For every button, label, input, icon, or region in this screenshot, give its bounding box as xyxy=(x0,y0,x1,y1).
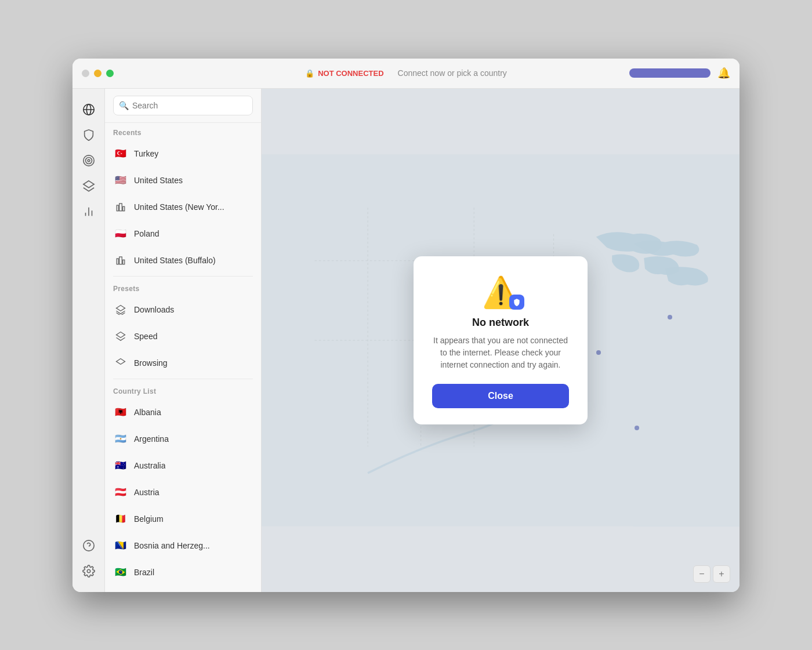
flag-us: 🇺🇸 xyxy=(113,173,128,188)
country-name: Poland xyxy=(134,229,160,238)
connection-status: 🔒 NOT CONNECTED xyxy=(305,69,383,78)
country-name: Argentina xyxy=(134,434,169,444)
vpn-badge xyxy=(509,295,524,310)
list-item-austria[interactable]: 🇦🇹 Austria xyxy=(105,479,261,506)
tagline-text: Connect now or pick a country xyxy=(398,68,507,78)
modal-close-button[interactable]: Close xyxy=(432,384,569,408)
sidebar-icon-settings[interactable] xyxy=(77,560,100,583)
speed-icon xyxy=(113,329,128,344)
list-item-speed[interactable]: Speed xyxy=(105,323,261,350)
list-item-belgium[interactable]: 🇧🇪 Belgium xyxy=(105,506,261,532)
modal-body: It appears that you are not connected to… xyxy=(432,335,569,371)
app-window: 🔒 NOT CONNECTED Connect now or pick a co… xyxy=(72,59,740,592)
list-item[interactable]: 🇵🇱 Poland xyxy=(105,220,261,247)
country-name: Bosnia and Herzeg... xyxy=(134,541,210,550)
flag-turkey: 🇹🇷 xyxy=(113,146,128,161)
country-name: Albania xyxy=(134,408,161,417)
list-item-australia[interactable]: 🇦🇺 Australia xyxy=(105,452,261,479)
modal-title: No network xyxy=(432,317,569,329)
list-item[interactable]: United States (Buffalo) xyxy=(105,247,261,274)
country-name: Australia xyxy=(134,461,165,470)
city-icon xyxy=(113,199,128,215)
divider xyxy=(113,276,253,277)
browsing-icon xyxy=(113,355,128,371)
country-sidebar: 🔍 Recents 🇹🇷 Turkey 🇺🇸 United States xyxy=(105,89,262,592)
country-name: United States xyxy=(134,176,183,185)
country-name: Brazil xyxy=(134,568,154,577)
country-list-header: Country List xyxy=(105,382,261,399)
city-icon-2 xyxy=(113,253,128,268)
lock-icon: 🔒 xyxy=(305,69,314,78)
flag-brazil: 🇧🇷 xyxy=(113,565,128,580)
flag-bulgaria: 🇧🇬 xyxy=(113,591,128,592)
list-item-browsing[interactable]: Browsing xyxy=(105,350,261,376)
country-name: Turkey xyxy=(134,149,158,158)
svg-rect-17 xyxy=(119,257,122,264)
country-name: Austria xyxy=(134,488,160,497)
modal-overlay: ⚠️ No network It appears that you are no… xyxy=(262,89,740,592)
flag-argentina: 🇦🇷 xyxy=(113,431,128,446)
titlebar: 🔒 NOT CONNECTED Connect now or pick a co… xyxy=(72,59,740,89)
preset-name: Speed xyxy=(134,332,157,341)
search-input[interactable] xyxy=(113,96,253,115)
maximize-button[interactable] xyxy=(106,70,114,77)
flag-poland: 🇵🇱 xyxy=(113,226,128,241)
sidebar-icon-globe[interactable] xyxy=(77,98,100,121)
country-name: United States (Buffalo) xyxy=(134,256,216,265)
flag-austria: 🇦🇹 xyxy=(113,485,128,500)
list-item[interactable]: United States (New Yor... xyxy=(105,194,261,220)
close-button[interactable] xyxy=(82,70,89,77)
svg-rect-16 xyxy=(117,259,118,264)
svg-point-3 xyxy=(83,155,93,165)
list-item-downloads[interactable]: Downloads xyxy=(105,296,261,323)
presets-header: Presets xyxy=(105,279,261,296)
svg-rect-15 xyxy=(123,206,125,211)
list-item-bulgaria[interactable]: 🇧🇬 Bulgaria xyxy=(105,586,261,592)
no-network-modal: ⚠️ No network It appears that you are no… xyxy=(414,256,588,424)
svg-point-12 xyxy=(87,569,90,573)
titlebar-right: 🔔 xyxy=(629,67,730,79)
list-item-brazil[interactable]: 🇧🇷 Brazil xyxy=(105,559,261,586)
svg-rect-13 xyxy=(117,205,118,211)
preset-name: Downloads xyxy=(134,305,174,314)
flag-bosnia: 🇧🇦 xyxy=(113,538,128,553)
svg-marker-19 xyxy=(117,305,125,311)
titlebar-center: 🔒 NOT CONNECTED Connect now or pick a co… xyxy=(305,68,507,78)
sidebar-icon-help[interactable] xyxy=(77,534,100,557)
search-icon: 🔍 xyxy=(119,101,129,110)
svg-point-4 xyxy=(85,157,92,164)
country-name: United States (New Yor... xyxy=(134,202,224,212)
flag-australia: 🇦🇺 xyxy=(113,458,128,473)
quick-connect-button[interactable] xyxy=(629,68,710,78)
traffic-lights xyxy=(82,70,114,77)
flag-albania: 🇦🇱 xyxy=(113,405,128,420)
minimize-button[interactable] xyxy=(94,70,102,77)
main-content: 🔍 Recents 🇹🇷 Turkey 🇺🇸 United States xyxy=(72,89,740,592)
search-box: 🔍 xyxy=(105,89,261,123)
list-item-argentina[interactable]: 🇦🇷 Argentina xyxy=(105,426,261,452)
list-item-bosnia[interactable]: 🇧🇦 Bosnia and Herzeg... xyxy=(105,532,261,559)
country-name: Belgium xyxy=(134,514,164,524)
map-area: − + ⚠️ No network It appears that xyxy=(262,89,740,592)
svg-rect-14 xyxy=(119,204,122,211)
sidebar-bottom xyxy=(77,534,100,583)
sidebar-icon-layers[interactable] xyxy=(77,175,100,198)
svg-point-5 xyxy=(88,159,90,162)
sidebar-icon-shield[interactable] xyxy=(77,124,100,147)
preset-name: Browsing xyxy=(134,358,168,368)
list-item[interactable]: 🇹🇷 Turkey xyxy=(105,140,261,167)
divider-2 xyxy=(113,379,253,379)
svg-marker-20 xyxy=(117,332,125,337)
svg-marker-6 xyxy=(83,180,93,187)
downloads-icon xyxy=(113,302,128,317)
icon-sidebar xyxy=(72,89,105,592)
status-text: NOT CONNECTED xyxy=(318,69,383,78)
svg-marker-21 xyxy=(117,358,125,364)
list-item-albania[interactable]: 🇦🇱 Albania xyxy=(105,399,261,426)
sidebar-icon-target[interactable] xyxy=(77,149,100,172)
sidebar-list: Recents 🇹🇷 Turkey 🇺🇸 United States xyxy=(105,123,261,592)
list-item[interactable]: 🇺🇸 United States xyxy=(105,167,261,194)
svg-rect-18 xyxy=(123,260,125,264)
sidebar-icon-stats[interactable] xyxy=(77,200,100,223)
notifications-icon[interactable]: 🔔 xyxy=(717,67,730,79)
